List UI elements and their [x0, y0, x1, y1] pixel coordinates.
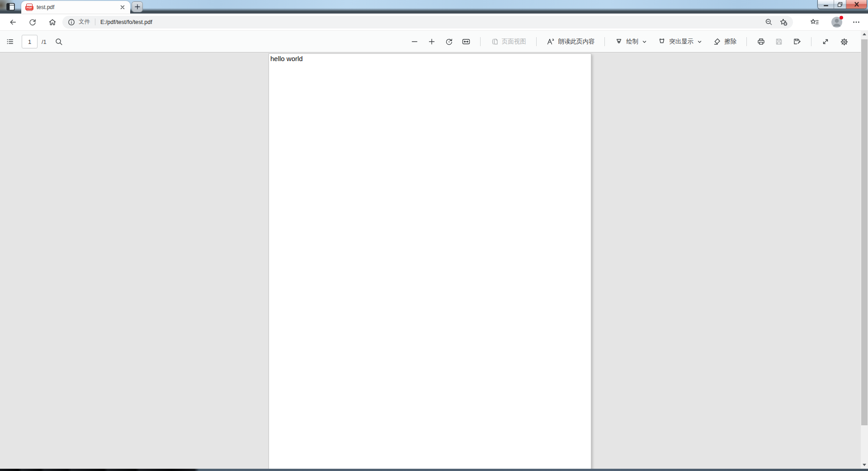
windows-taskbar-edge — [0, 469, 868, 471]
erase-button[interactable]: 擦除 — [711, 36, 739, 48]
table-of-contents-icon — [6, 38, 14, 46]
page-view-label: 页面视图 — [502, 38, 526, 46]
scroll-down-icon — [863, 464, 866, 466]
erase-label: 擦除 — [724, 38, 736, 46]
settings-button[interactable] — [838, 35, 851, 48]
address-bar[interactable]: 文件 E:/pdf/test/fo/test.pdf — [62, 16, 793, 29]
close-icon — [120, 5, 125, 10]
expand-icon — [821, 38, 830, 46]
more-menu-button[interactable] — [851, 17, 862, 28]
minimize-button[interactable] — [818, 0, 834, 9]
draw-label: 绘制 — [626, 38, 638, 46]
fit-to-width-icon — [462, 38, 471, 46]
pdf-toolbar: /1 — [0, 30, 861, 52]
navbar-right-cluster — [809, 16, 862, 28]
zoom-out-button[interactable] — [408, 35, 421, 48]
home-button[interactable] — [47, 17, 58, 28]
read-aloud-icon — [547, 38, 555, 46]
pdf-page: hello world — [269, 53, 591, 469]
highlight-dropdown[interactable] — [697, 39, 702, 44]
plus-icon — [134, 4, 141, 10]
magnifier-minus-icon[interactable] — [765, 18, 773, 26]
refresh-button[interactable] — [27, 17, 38, 28]
star-plus-icon[interactable] — [779, 18, 788, 26]
scroll-up-icon — [863, 33, 866, 35]
page-number-input[interactable] — [22, 35, 38, 48]
address-scheme-label: 文件 — [79, 18, 90, 26]
toolbar-separator — [480, 37, 481, 46]
toolbar-separator — [604, 37, 605, 46]
tab-close-button[interactable] — [118, 3, 127, 11]
read-aloud-button[interactable]: 朗读此页内容 — [544, 36, 597, 48]
fit-to-width-button[interactable] — [460, 35, 472, 48]
pdf-page-text: hello world — [269, 54, 591, 62]
info-circle-icon[interactable] — [68, 19, 75, 26]
restore-button[interactable] — [834, 0, 846, 9]
fullscreen-button[interactable] — [819, 35, 832, 48]
eraser-icon — [713, 38, 721, 46]
plus-icon — [428, 38, 436, 46]
rotate-button[interactable] — [443, 35, 455, 48]
draw-button[interactable]: 绘制 — [613, 36, 649, 48]
print-button[interactable] — [755, 35, 767, 48]
scroll-up-button[interactable] — [861, 30, 868, 38]
page-view-button: 页面视图 — [488, 36, 528, 48]
tab-test-pdf[interactable]: PDF test.pdf — [21, 1, 130, 14]
search-icon — [55, 38, 63, 46]
toolbar-separator — [811, 37, 811, 46]
favorites-button[interactable] — [809, 17, 820, 28]
arrow-left-icon — [9, 18, 17, 26]
refresh-icon — [28, 18, 37, 26]
page-view-icon — [491, 38, 499, 46]
restore-icon — [837, 2, 843, 7]
minus-icon — [410, 38, 419, 46]
star-list-icon — [810, 18, 819, 26]
toolbar-separator — [746, 37, 747, 46]
close-window-icon — [854, 2, 859, 7]
window-controls — [817, 0, 867, 9]
profile-notification-badge — [840, 16, 843, 19]
contents-button[interactable] — [4, 35, 16, 48]
tab-activity-button[interactable] — [5, 2, 16, 12]
save-icon — [775, 38, 783, 46]
back-button[interactable] — [7, 17, 18, 28]
ellipsis-icon — [852, 18, 860, 26]
home-icon — [48, 18, 57, 26]
vertical-scrollbar[interactable] — [861, 30, 868, 469]
printer-icon — [757, 38, 765, 46]
title-bar: PDF test.pdf — [0, 0, 868, 14]
draw-dropdown[interactable] — [642, 39, 647, 44]
highlighter-icon — [658, 38, 666, 46]
scrollbar-thumb[interactable] — [861, 39, 868, 425]
read-aloud-label: 朗读此页内容 — [558, 38, 595, 46]
pdf-viewport: hello world — [0, 52, 861, 469]
pen-icon — [615, 38, 623, 46]
address-separator — [95, 19, 95, 25]
save-button — [773, 35, 785, 48]
tab-title: test.pdf — [37, 4, 118, 10]
page-count-label: /1 — [42, 38, 47, 45]
rotate-icon — [445, 38, 453, 46]
profile-button[interactable] — [831, 16, 843, 28]
scroll-down-button[interactable] — [861, 461, 868, 469]
minimize-icon — [824, 5, 828, 6]
workspaces-icon — [5, 2, 16, 12]
navigation-bar: 文件 E:/pdf/test/fo/test.pdf — [0, 14, 868, 30]
highlight-label: 突出显示 — [669, 38, 693, 46]
browser-window: PDF test.pdf — [0, 0, 868, 471]
search-button[interactable] — [53, 35, 66, 48]
highlight-button[interactable]: 突出显示 — [656, 36, 704, 48]
gear-icon — [840, 38, 849, 46]
save-as-icon — [793, 38, 802, 46]
new-tab-button[interactable] — [132, 1, 143, 12]
save-as-button[interactable] — [791, 35, 803, 48]
address-url: E:/pdf/test/fo/test.pdf — [100, 19, 152, 25]
close-window-button[interactable] — [846, 0, 867, 9]
pdf-file-icon: PDF — [26, 4, 33, 11]
zoom-in-button[interactable] — [425, 35, 438, 48]
toolbar-separator — [536, 37, 537, 46]
